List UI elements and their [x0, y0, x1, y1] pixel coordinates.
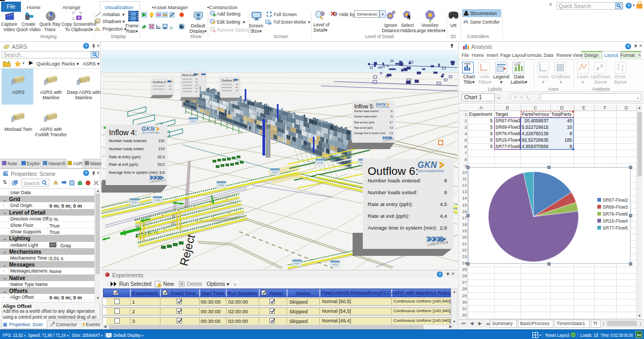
svg-text:Flow 2+b: Flow 2+b: [182, 73, 195, 77]
svg-text:11: 11: [390, 110, 393, 113]
svg-text:Rate at exit (pph):: Rate at exit (pph):: [109, 163, 139, 167]
svg-text:Average time in system (min):: Average time in system (min):: [354, 132, 386, 135]
svg-text:GKN ePOWERTRAIN: GKN ePOWERTRAIN: [418, 170, 444, 173]
svg-text:231: 231: [158, 139, 165, 143]
svg-text:Average time in system (min):: Average time in system (min):: [368, 225, 437, 231]
svg-text:93,0: 93,0: [157, 163, 165, 166]
svg-text:8,8: 8,8: [159, 171, 165, 174]
svg-text:Number loads exited:: Number loads exited:: [109, 147, 144, 151]
svg-text:8: 8: [444, 189, 448, 195]
svg-text:4,7: 4,7: [390, 121, 393, 124]
svg-text:Rate at exit (pph):: Rate at exit (pph):: [368, 213, 409, 219]
svg-text:4,4: 4,4: [440, 213, 447, 219]
svg-text:Number loads exited:: Number loads exited:: [354, 115, 377, 118]
svg-text:GKN ePOWERTRAIN: GKN ePOWERTRAIN: [376, 106, 389, 108]
svg-text:Rate at entry (pph):: Rate at entry (pph):: [109, 155, 141, 159]
svg-text:4,9: 4,9: [390, 127, 393, 129]
svg-text:Outflow 3:: Outflow 3:: [222, 79, 236, 82]
svg-text:2,6: 2,6: [390, 132, 393, 135]
svg-text:Rate at exit (pph):: Rate at exit (pph):: [354, 127, 374, 129]
svg-text:11: 11: [390, 115, 393, 118]
svg-text:GKN: GKN: [418, 160, 437, 170]
svg-text:Number loads exited:: Number loads exited:: [368, 189, 418, 195]
svg-text:Outflow 6:: Outflow 6:: [368, 165, 419, 177]
svg-text:Rate at entry (pph):: Rate at entry (pph):: [368, 201, 413, 207]
svg-text:Average time in system (min):: Average time in system (min):: [109, 171, 159, 175]
svg-text:μ: μ: [170, 24, 173, 30]
svg-text:Inflow 4:: Inflow 4:: [109, 128, 137, 137]
svg-text:Outflow 2:: Outflow 2:: [153, 80, 167, 84]
svg-text:Inflow 5:: Inflow 5:: [354, 104, 374, 109]
svg-text:92,4: 92,4: [157, 155, 165, 159]
svg-text:219: 219: [158, 147, 165, 151]
svg-text:GKN: GKN: [376, 102, 386, 107]
svg-text:8: 8: [444, 178, 448, 183]
svg-text:Number loads entered:: Number loads entered:: [109, 139, 147, 143]
svg-text:Number loads entered:: Number loads entered:: [354, 110, 379, 113]
svg-text:GKN ePOWERTRAIN: GKN ePOWERTRAIN: [142, 132, 159, 134]
svg-text:2,8: 2,8: [440, 225, 447, 231]
svg-text:Rate at entry (pph):: Rate at entry (pph):: [354, 121, 375, 124]
svg-text:4,5: 4,5: [440, 201, 447, 207]
svg-text:Number loads entered:: Number loads entered:: [368, 178, 421, 183]
svg-text:GKN: GKN: [142, 126, 155, 132]
